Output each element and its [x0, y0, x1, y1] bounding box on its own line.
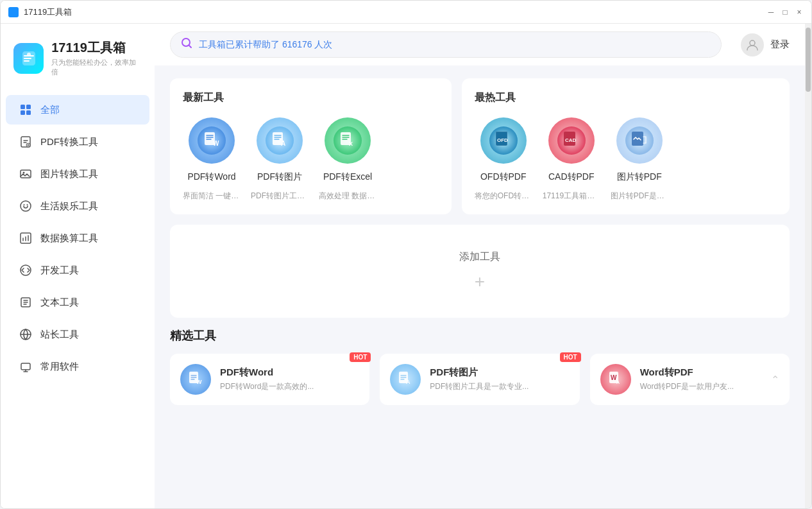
- pdf-image-desc: PDF转图片工具是...: [251, 191, 309, 202]
- pdf-icon: [19, 135, 33, 149]
- svg-point-11: [27, 204, 28, 205]
- pdf-word-desc: 界面简洁 一键完成: [183, 191, 241, 202]
- sidebar-item-data[interactable]: 数据换算工具: [6, 223, 149, 253]
- scrollbar-thumb[interactable]: [806, 28, 811, 92]
- expand-icon: ⌃: [771, 374, 779, 386]
- software-icon: [19, 359, 33, 374]
- tool-item-cad-pdf[interactable]: CAD CAD转PDF 17119工具箱提供...: [543, 117, 600, 202]
- sidebar-item-software[interactable]: 常用软件: [6, 352, 149, 381]
- sidebar-item-dev[interactable]: 开发工具: [6, 255, 149, 285]
- life-icon: [19, 199, 33, 213]
- sidebar-label-webmaster: 站长工具: [40, 329, 79, 341]
- hottest-tools-items: OFD OFD转PDF 将您的OFD转换为...: [475, 117, 777, 202]
- featured-item-word-pdf[interactable]: W A Word转PDF Word转PDF是一款用户友... ⌃: [590, 354, 790, 405]
- svg-rect-30: [496, 132, 507, 135]
- close-button[interactable]: ×: [795, 8, 804, 17]
- featured-pdf-image-icon: A: [390, 364, 421, 395]
- featured-title: 精选工具: [170, 328, 790, 343]
- img-pdf-desc: 图片转PDF是一款...: [611, 191, 668, 202]
- image-icon: [19, 167, 33, 181]
- svg-text:W: W: [213, 140, 219, 147]
- cad-pdf-icon: CAD: [548, 117, 595, 164]
- svg-point-8: [23, 172, 25, 174]
- pdf-excel-icon: X: [325, 117, 371, 164]
- sidebar-item-all[interactable]: 全部: [6, 95, 149, 125]
- sidebar-label-pdf: PDF转换工具: [40, 136, 98, 148]
- hottest-tools-title: 最热工具: [475, 91, 777, 105]
- featured-section: 精选工具 W PDF转: [170, 328, 790, 405]
- pdf-image-icon: A: [257, 117, 303, 164]
- ofd-pdf-desc: 将您的OFD转换为...: [475, 191, 532, 202]
- sidebar-item-text[interactable]: 文本工具: [6, 288, 149, 317]
- logo-text: 17119工具箱 只为您能轻松办公，效率加倍: [51, 39, 142, 77]
- search-bar[interactable]: 工具箱已累计帮助了 616176 人次: [170, 31, 722, 58]
- svg-point-0: [27, 53, 31, 56]
- svg-rect-2: [26, 105, 31, 109]
- sidebar-label-dev: 开发工具: [40, 264, 79, 277]
- logo-name: 17119工具箱: [51, 39, 142, 56]
- app-icon: [8, 7, 19, 17]
- newest-tools-title: 最新工具: [183, 91, 439, 105]
- featured-item-pdf-image[interactable]: A PDF转图片 PDF转图片工具是一款专业... HOT: [380, 354, 579, 405]
- sidebar-label-text: 文本工具: [40, 297, 79, 309]
- sidebar-label-all: 全部: [40, 104, 60, 116]
- tool-item-img-pdf[interactable]: 图片转PDF 图片转PDF是一款...: [611, 117, 668, 202]
- featured-pdf-word-info: PDF转Word PDF转Word是一款高效的...: [220, 367, 359, 392]
- featured-pdf-image-info: PDF转图片 PDF转图片工具是一款专业...: [430, 367, 569, 392]
- text-icon: [19, 295, 33, 309]
- featured-item-pdf-word[interactable]: W PDF转Word PDF转Word是一款高效的... HOT: [170, 354, 369, 405]
- user-area[interactable]: 登录: [741, 33, 790, 56]
- tool-item-pdf-word[interactable]: W PDF转Word 界面简洁 一键完成: [183, 117, 241, 202]
- search-icon: [181, 37, 192, 52]
- logo-subtitle: 只为您能轻松办公，效率加倍: [51, 58, 142, 77]
- sidebar-item-life[interactable]: 生活娱乐工具: [6, 191, 149, 221]
- sidebar-logo: 17119工具箱 只为您能轻松办公，效率加倍: [1, 34, 155, 92]
- add-tools-plus-icon: +: [475, 272, 485, 292]
- hottest-tools-card: 最热工具: [462, 78, 790, 214]
- svg-rect-16: [21, 363, 30, 370]
- data-icon: [19, 231, 33, 245]
- sidebar-item-image[interactable]: 图片转换工具: [6, 159, 149, 189]
- webmaster-icon: [19, 327, 33, 341]
- svg-text:W: W: [196, 379, 202, 385]
- svg-text:X: X: [349, 141, 353, 147]
- featured-pdf-word-name: PDF转Word: [220, 367, 359, 379]
- login-button[interactable]: 登录: [770, 39, 790, 51]
- svg-text:A: A: [406, 379, 410, 385]
- sidebar-item-webmaster[interactable]: 站长工具: [6, 320, 149, 349]
- svg-text:A: A: [281, 140, 285, 147]
- svg-point-9: [21, 201, 31, 211]
- titlebar: 17119工具箱 ─ □ ×: [1, 1, 811, 24]
- logo-icon: [13, 43, 44, 74]
- img-pdf-icon: [616, 117, 663, 164]
- newest-tools-card: 最新工具 W: [170, 78, 452, 214]
- tool-item-ofd-pdf[interactable]: OFD OFD转PDF 将您的OFD转换为...: [475, 117, 532, 202]
- ofd-pdf-name: OFD转PDF: [480, 171, 527, 183]
- featured-word-pdf-info: Word转PDF Word转PDF是一款用户友...: [640, 367, 762, 392]
- featured-word-pdf-icon: W A: [600, 364, 631, 395]
- tool-item-pdf-excel[interactable]: X PDF转Excel 高效处理 数据简单: [319, 117, 376, 202]
- tool-item-pdf-image[interactable]: A PDF转图片 PDF转图片工具是...: [251, 117, 309, 202]
- user-avatar: [741, 33, 764, 56]
- app-title: 17119工具箱: [24, 6, 766, 18]
- header: 工具箱已累计帮助了 616176 人次 登录: [155, 24, 805, 65]
- newest-tools-items: W PDF转Word 界面简洁 一键完成: [183, 117, 439, 202]
- featured-items: W PDF转Word PDF转Word是一款高效的... HOT: [170, 354, 790, 405]
- sidebar-item-pdf[interactable]: PDF转换工具: [6, 127, 149, 157]
- maximize-button[interactable]: □: [781, 8, 790, 17]
- pdf-word-icon: W: [189, 117, 235, 164]
- pdf-excel-desc: 高效处理 数据简单: [319, 191, 376, 202]
- pdf-image-name: PDF转图片: [257, 171, 302, 183]
- img-pdf-name: 图片转PDF: [617, 171, 662, 183]
- sidebar-label-life: 生活娱乐工具: [40, 200, 98, 212]
- scrollbar[interactable]: [805, 24, 811, 508]
- minimize-button[interactable]: ─: [766, 8, 775, 17]
- sidebar-label-data: 数据换算工具: [40, 232, 98, 245]
- featured-word-pdf-name: Word转PDF: [640, 367, 762, 379]
- dev-icon: [19, 263, 33, 277]
- pdf-word-name: PDF转Word: [187, 171, 235, 183]
- sidebar-label-image: 图片转换工具: [40, 168, 98, 180]
- pdf-excel-name: PDF转Excel: [323, 171, 372, 183]
- add-tools-card[interactable]: 添加工具 +: [170, 225, 790, 318]
- cad-pdf-desc: 17119工具箱提供...: [543, 191, 600, 202]
